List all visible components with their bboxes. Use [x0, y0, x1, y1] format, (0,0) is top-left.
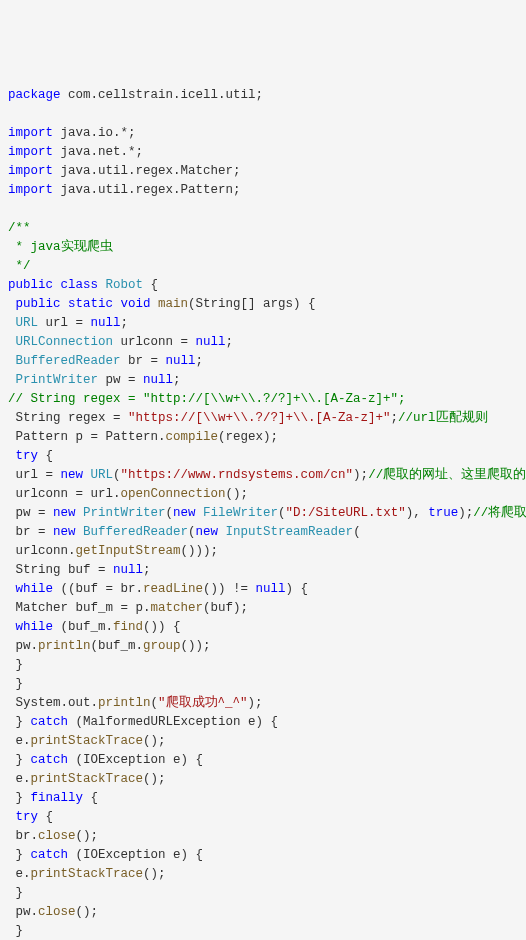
null-literal: null	[166, 354, 196, 368]
method-call: pw.	[8, 905, 38, 919]
assignment: pw =	[8, 506, 53, 520]
package-name: com.cellstrain.icell.util;	[61, 88, 264, 102]
method-matcher: matcher	[151, 601, 204, 615]
method-call: pw.	[8, 639, 38, 653]
method-call: e.	[8, 772, 31, 786]
method-println: println	[98, 696, 151, 710]
brace: }	[8, 677, 23, 691]
string-literal: "https://[\\w+\\.?/?]+\\.[A-Za-z]+"	[128, 411, 391, 425]
semicolon: ;	[226, 335, 234, 349]
true-literal: true	[428, 506, 458, 520]
method-find: find	[113, 620, 143, 634]
catch-param: (MalformedURLException e) {	[68, 715, 278, 729]
brace: {	[143, 278, 158, 292]
end: ();	[143, 772, 166, 786]
end: ) {	[286, 582, 309, 596]
brace: {	[38, 449, 53, 463]
brace: }	[8, 924, 23, 938]
comment: // String regex = "http://[\\w+\\.?/?]+\…	[8, 392, 406, 406]
method-call: System.out.	[8, 696, 98, 710]
brace: {	[83, 791, 98, 805]
string-literal: "爬取成功^_^"	[158, 696, 248, 710]
brace: }	[8, 658, 23, 672]
keyword-void: void	[113, 297, 151, 311]
method-println: println	[38, 639, 91, 653]
method-close: close	[38, 829, 76, 843]
method-printstacktrace: printStackTrace	[31, 867, 144, 881]
args: (regex);	[218, 430, 278, 444]
comment: * java实现爬虫	[8, 240, 113, 254]
string-literal: "https://www.rndsystems.com/cn"	[121, 468, 354, 482]
comment: /**	[8, 221, 31, 235]
method-compile: compile	[166, 430, 219, 444]
keyword-static: static	[61, 297, 114, 311]
method-close: close	[38, 905, 76, 919]
end: ()));	[181, 544, 219, 558]
var-decl: Matcher buf_m = p.	[8, 601, 151, 615]
var-decl: url =	[38, 316, 91, 330]
paren: (	[166, 506, 174, 520]
type-inputstreamreader: InputStreamReader	[218, 525, 353, 539]
paren: (	[353, 525, 361, 539]
paren: (	[113, 468, 121, 482]
keyword-class: class	[53, 278, 98, 292]
params: (String[] args) {	[188, 297, 316, 311]
method-readline: readLine	[143, 582, 203, 596]
null-literal: null	[143, 373, 173, 387]
keyword-catch: catch	[31, 753, 69, 767]
var-decl: urlconn =	[113, 335, 196, 349]
brace: }	[8, 848, 31, 862]
end: ());	[181, 639, 211, 653]
comment: */	[8, 259, 31, 273]
assignment: url =	[8, 468, 61, 482]
keyword-try: try	[8, 810, 38, 824]
catch-param: (IOException e) {	[68, 848, 203, 862]
method-call: e.	[8, 734, 31, 748]
keyword-package: package	[8, 88, 61, 102]
catch-param: (IOException e) {	[68, 753, 203, 767]
end: (buf);	[203, 601, 248, 615]
class-name: Robot	[98, 278, 143, 292]
keyword-import: import	[8, 145, 53, 159]
end: ();	[226, 487, 249, 501]
keyword-new: new	[173, 506, 196, 520]
semicolon: ;	[173, 373, 181, 387]
comment: //将爬取到的链接放到D盘的SiteURL文件中	[473, 506, 526, 520]
keyword-try: try	[8, 449, 38, 463]
args: (buf_m.	[91, 639, 144, 653]
rest: ()) !=	[203, 582, 256, 596]
var-decl: String buf =	[8, 563, 113, 577]
semicolon: ;	[196, 354, 204, 368]
method-printstacktrace: printStackTrace	[31, 772, 144, 786]
brace: {	[38, 810, 53, 824]
method-getinputstream: getInputStream	[76, 544, 181, 558]
rest: ),	[406, 506, 429, 520]
null-literal: null	[91, 316, 121, 330]
semicolon: ;	[391, 411, 399, 425]
import-path: java.net.*;	[53, 145, 143, 159]
null-literal: null	[196, 335, 226, 349]
null-literal: null	[113, 563, 143, 577]
type-bufferedreader: BufferedReader	[8, 354, 121, 368]
keyword-while: while	[8, 582, 53, 596]
end: );	[248, 696, 263, 710]
keyword-public: public	[8, 297, 61, 311]
var-decl: pw =	[98, 373, 143, 387]
comment: //url匹配规则	[398, 411, 488, 425]
end: ();	[143, 734, 166, 748]
condition: ((buf = br.	[53, 582, 143, 596]
var-decl: br =	[121, 354, 166, 368]
keyword-new: new	[53, 506, 76, 520]
paren: (	[151, 696, 159, 710]
comment: //爬取的网址、这里爬取的是一个生物网站	[368, 468, 526, 482]
paren: (	[188, 525, 196, 539]
method-openconnection: openConnection	[121, 487, 226, 501]
type-bufferedreader: BufferedReader	[76, 525, 189, 539]
keyword-import: import	[8, 164, 53, 178]
type-filewriter: FileWriter	[196, 506, 279, 520]
keyword-new: new	[196, 525, 219, 539]
condition: (buf_m.	[53, 620, 113, 634]
type-url: URL	[83, 468, 113, 482]
import-path: java.util.regex.Pattern;	[53, 183, 241, 197]
method-group: group	[143, 639, 181, 653]
